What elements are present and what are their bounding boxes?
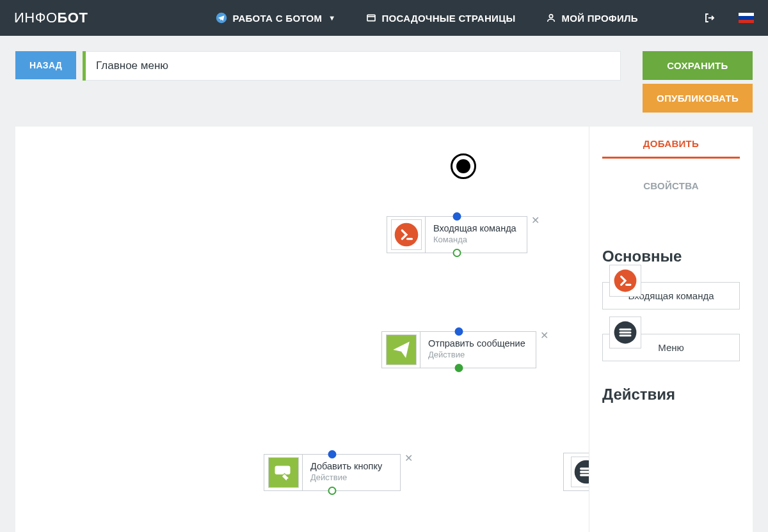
port-out[interactable]	[328, 487, 337, 495]
send-icon	[386, 334, 417, 365]
chevron-down-icon: ▼	[328, 14, 335, 22]
port-in[interactable]	[328, 450, 337, 458]
node-subtitle: Действие	[428, 350, 525, 359]
node-icon-wrap	[387, 217, 426, 253]
node-add-button[interactable]: ✕ Добавить кнопку Действие	[264, 454, 401, 491]
port-out[interactable]	[452, 249, 461, 257]
workspace: ✕ Входящая команда Команда ✕	[0, 113, 768, 532]
section-actions-heading: Действия	[602, 386, 740, 403]
nav-landing-label: ПОСАДОЧНЫЕ СТРАНИЦЫ	[381, 13, 515, 24]
node-body: Отправить сообщение Действие	[420, 332, 536, 368]
back-button[interactable]: НАЗАД	[15, 51, 76, 79]
action-buttons: СОХРАНИТЬ ОПУБЛИКОВАТЬ	[643, 51, 753, 113]
pagename-wrap	[83, 51, 621, 81]
nav-right	[704, 12, 754, 24]
language-flag-ru[interactable]	[739, 13, 754, 23]
node-incoming-command[interactable]: ✕ Входящая команда Команда	[387, 216, 527, 253]
close-icon[interactable]: ✕	[404, 452, 413, 464]
close-icon[interactable]: ✕	[540, 329, 548, 341]
nav-profile[interactable]: МОЙ ПРОФИЛЬ	[546, 13, 638, 24]
main-nav: РАБОТА С БОТОМ ▼ ПОСАДОЧНЫЕ СТРАНИЦЫ МОЙ…	[216, 12, 638, 24]
terminal-icon	[391, 219, 422, 250]
window-icon	[366, 13, 376, 23]
start-node-dot	[456, 159, 470, 173]
telegram-icon	[216, 12, 227, 24]
node-title: Добавить кнопку	[310, 461, 390, 471]
nav-bot-dropdown[interactable]: РАБОТА С БОТОМ ▼	[216, 12, 335, 24]
menu-icon	[609, 317, 641, 348]
button-cursor-icon	[268, 457, 299, 488]
menu-icon	[571, 457, 589, 487]
start-node[interactable]	[451, 153, 476, 179]
svg-point-3	[550, 15, 553, 18]
svg-rect-8	[275, 466, 290, 475]
node-icon-wrap	[382, 332, 420, 368]
nav-profile-label: МОЙ ПРОФИЛЬ	[561, 13, 638, 24]
port-in[interactable]	[454, 327, 463, 336]
sidebar-content: Основные Входящая команда Меню Действия	[589, 199, 753, 420]
palette-incoming-command[interactable]: Входящая команда	[602, 282, 740, 309]
page-name-input[interactable]	[86, 51, 621, 81]
svg-rect-1	[367, 15, 375, 20]
node-title: Отправить сообщение	[428, 338, 525, 348]
canvas[interactable]: ✕ Входящая команда Команда ✕	[15, 127, 589, 532]
node-title: Входящая команда	[433, 223, 516, 233]
palette-label: Меню	[658, 342, 684, 353]
close-icon[interactable]: ✕	[531, 214, 540, 226]
node-subtitle: Команда	[433, 235, 516, 244]
node-subtitle: Действие	[310, 473, 390, 482]
nav-bot-label: РАБОТА С БОТОМ	[232, 13, 322, 24]
sidebar: ДОБАВИТЬ СВОЙСТВА Основные Входящая кома…	[589, 127, 753, 532]
node-menu-partial[interactable]	[563, 453, 589, 491]
terminal-icon	[609, 265, 641, 297]
node-body: Добавить кнопку Действие	[303, 455, 400, 490]
node-body: Входящая команда Команда	[426, 217, 527, 253]
toolbar: НАЗАД СОХРАНИТЬ ОПУБЛИКОВАТЬ	[0, 36, 768, 113]
logo: ИНФОБОТ	[14, 10, 88, 26]
palette-menu[interactable]: Меню	[602, 334, 740, 361]
node-send-message[interactable]: ✕ Отправить сообщение Действие	[381, 331, 536, 368]
logo-bold: БОТ	[58, 10, 88, 26]
port-out[interactable]	[454, 364, 463, 372]
publish-button[interactable]: ОПУБЛИКОВАТЬ	[643, 84, 753, 113]
save-button[interactable]: СОХРАНИТЬ	[643, 51, 753, 80]
nav-landing[interactable]: ПОСАДОЧНЫЕ СТРАНИЦЫ	[366, 13, 515, 24]
node-icon-wrap	[264, 455, 303, 490]
canvas-edges	[15, 127, 207, 223]
user-icon	[546, 13, 556, 23]
port-in[interactable]	[452, 212, 461, 221]
logo-thin: ИНФО	[14, 10, 58, 26]
tab-add[interactable]: ДОБАВИТЬ	[602, 127, 740, 159]
tab-properties[interactable]: СВОЙСТВА	[602, 169, 740, 199]
app-header: ИНФОБОТ РАБОТА С БОТОМ ▼ ПОСАДОЧНЫЕ СТРА…	[0, 0, 768, 36]
section-main-heading: Основные	[602, 247, 740, 265]
logout-icon[interactable]	[704, 12, 716, 24]
